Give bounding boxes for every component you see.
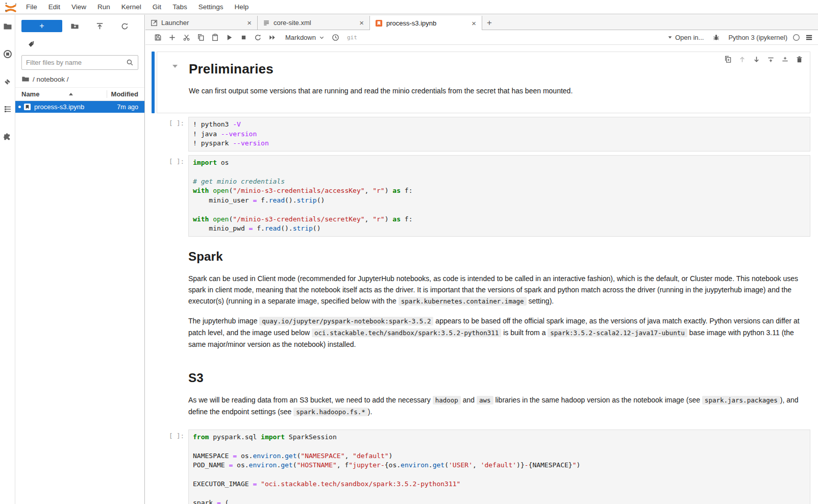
add-cell-button[interactable] xyxy=(165,31,179,44)
unsaved-dot-icon xyxy=(18,106,21,108)
column-modified[interactable]: Modified xyxy=(111,90,138,98)
insert-cell-below-icon[interactable] xyxy=(781,55,789,64)
active-cell-indicator xyxy=(152,52,155,113)
code-editor[interactable]: ! python3 -V! java --version! pyspark --… xyxy=(188,117,810,152)
kernel-name[interactable]: Python 3 (ipykernel) xyxy=(728,34,787,41)
file-row-selected[interactable]: process-s3.ipynb 7m ago xyxy=(15,101,144,113)
new-folder-button[interactable] xyxy=(62,22,87,31)
search-icon xyxy=(126,59,134,66)
kernel-status-icon[interactable] xyxy=(792,34,800,41)
menu-edit[interactable]: Edit xyxy=(43,1,66,13)
cell-collapser-icon[interactable] xyxy=(172,65,178,68)
caret-down-icon xyxy=(667,35,673,40)
running-kernels-icon[interactable] xyxy=(0,46,15,62)
new-launcher-button[interactable]: + xyxy=(21,20,62,32)
cell-code-spark-session[interactable]: [ ]: from pyspark.sql import SparkSessio… xyxy=(152,430,810,504)
refresh-button[interactable] xyxy=(112,22,137,31)
app-logo-icon xyxy=(4,2,17,13)
input-prompt: [ ]: xyxy=(157,430,188,504)
heading-preliminaries: Preliminaries xyxy=(189,61,805,77)
property-inspector-icon[interactable] xyxy=(805,34,813,41)
restart-kernel-button[interactable] xyxy=(251,31,265,44)
file-filter-input[interactable] xyxy=(26,59,126,66)
input-prompt: [ ]: xyxy=(157,155,188,237)
file-browser-toolbar: + xyxy=(15,15,144,32)
file-modified: 7m ago xyxy=(117,104,138,111)
table-of-contents-icon[interactable] xyxy=(0,102,15,117)
breadcrumb-path: / notebook / xyxy=(33,75,69,83)
paste-cells-button[interactable] xyxy=(208,31,222,44)
save-button[interactable] xyxy=(151,31,165,44)
tag-plus-icon[interactable] xyxy=(15,32,144,48)
tab-launcher[interactable]: Launcher × xyxy=(145,16,258,30)
extensions-icon[interactable] xyxy=(0,129,15,144)
run-cell-button[interactable] xyxy=(222,31,236,44)
cell-markdown-s3[interactable]: S3 As we will be reading data from an S3… xyxy=(152,362,810,426)
move-cell-down-icon[interactable] xyxy=(752,55,761,64)
insert-cell-above-icon[interactable] xyxy=(766,55,775,64)
menu-git[interactable]: Git xyxy=(147,1,167,13)
tab-core-site-xml[interactable]: core-site.xml × xyxy=(258,16,370,30)
git-panel-icon[interactable] xyxy=(0,74,15,89)
debugger-bug-icon[interactable] xyxy=(709,31,723,44)
duplicate-cell-icon[interactable] xyxy=(724,55,732,64)
input-prompt: [ ]: xyxy=(157,117,188,152)
close-icon[interactable]: × xyxy=(245,18,253,27)
menu-file[interactable]: File xyxy=(20,1,43,13)
activity-bar xyxy=(0,15,15,504)
notebook-icon xyxy=(375,19,383,27)
toolbar-right: Open in... Python 3 (ipykernel) xyxy=(667,31,813,44)
text-file-icon xyxy=(263,19,270,27)
cell-markdown-preliminaries[interactable]: Preliminaries We can first output some v… xyxy=(152,52,810,113)
menu-settings[interactable]: Settings xyxy=(193,1,229,13)
chevron-down-icon xyxy=(319,35,325,40)
cell-toolbar xyxy=(724,55,804,64)
folder-icon xyxy=(21,75,30,83)
tab-process-s3-ipynb[interactable]: process-s3.ipynb × xyxy=(370,16,482,30)
move-cell-up-icon[interactable] xyxy=(738,55,747,64)
cell-code-minio-credentials[interactable]: [ ]: import os # get minio credentialswi… xyxy=(152,155,810,237)
code-editor[interactable]: from pyspark.sql import SparkSession NAM… xyxy=(188,430,810,504)
main-area: Launcher × core-site.xml × process-s3.ip… xyxy=(145,15,818,504)
breadcrumb[interactable]: / notebook / xyxy=(15,70,144,87)
code-editor[interactable]: import os # get minio credentialswith op… xyxy=(188,155,810,237)
markdown-paragraph: The jupyterhub image quay.io/jupyter/pys… xyxy=(188,315,808,350)
notebook-file-icon xyxy=(23,103,31,111)
tab-bar: Launcher × core-site.xml × process-s3.ip… xyxy=(145,15,818,30)
file-filter-box xyxy=(21,55,138,70)
cut-cells-button[interactable] xyxy=(179,31,193,44)
column-name[interactable]: Name xyxy=(21,90,103,98)
new-tab-button[interactable]: + xyxy=(482,16,497,30)
menu-view[interactable]: View xyxy=(66,1,92,13)
open-in-dropdown[interactable]: Open in... xyxy=(667,34,704,41)
cell-code-versions[interactable]: [ ]: ! python3 -V! java --version! pyspa… xyxy=(152,117,810,152)
file-list-header: Name Modified xyxy=(15,87,144,101)
close-icon[interactable]: × xyxy=(470,19,478,28)
file-browser-icon[interactable] xyxy=(0,19,15,34)
file-browser-panel: + / notebook / Name xyxy=(15,15,145,504)
markdown-paragraph: Spark can be used in Client mode (recomm… xyxy=(188,273,808,307)
menu-kernel[interactable]: Kernel xyxy=(116,1,147,13)
upload-button[interactable] xyxy=(87,22,112,31)
restart-run-all-button[interactable] xyxy=(265,31,279,44)
jupyterlab-window: File Edit View Run Kernel Git Tabs Setti… xyxy=(0,0,818,504)
copy-cells-button[interactable] xyxy=(193,31,208,44)
cell-type-dropdown[interactable]: Markdown xyxy=(279,34,329,41)
menu-run[interactable]: Run xyxy=(92,1,116,13)
delete-cell-icon[interactable] xyxy=(795,55,804,64)
notebook-toolbar: Markdown git Open in... Python 3 (ipyker… xyxy=(145,30,818,45)
cell-markdown-spark[interactable]: Spark Spark can be used in Client mode (… xyxy=(152,240,810,358)
heading-s3: S3 xyxy=(188,371,810,385)
sort-ascending-icon xyxy=(69,93,73,95)
heading-spark: Spark xyxy=(188,249,810,264)
menu-bar: File Edit View Run Kernel Git Tabs Setti… xyxy=(0,0,818,14)
launcher-icon xyxy=(151,19,158,27)
menu-tabs[interactable]: Tabs xyxy=(167,1,193,13)
interrupt-kernel-button[interactable] xyxy=(236,31,251,44)
notebook-content: Preliminaries We can first output some v… xyxy=(145,45,818,504)
markdown-paragraph: As we will be reading data from an S3 bu… xyxy=(188,394,808,418)
close-icon[interactable]: × xyxy=(358,18,365,27)
menu-help[interactable]: Help xyxy=(229,1,254,13)
markdown-paragraph: We can first output some versions that a… xyxy=(189,85,805,96)
execution-time-icon[interactable] xyxy=(329,31,343,44)
